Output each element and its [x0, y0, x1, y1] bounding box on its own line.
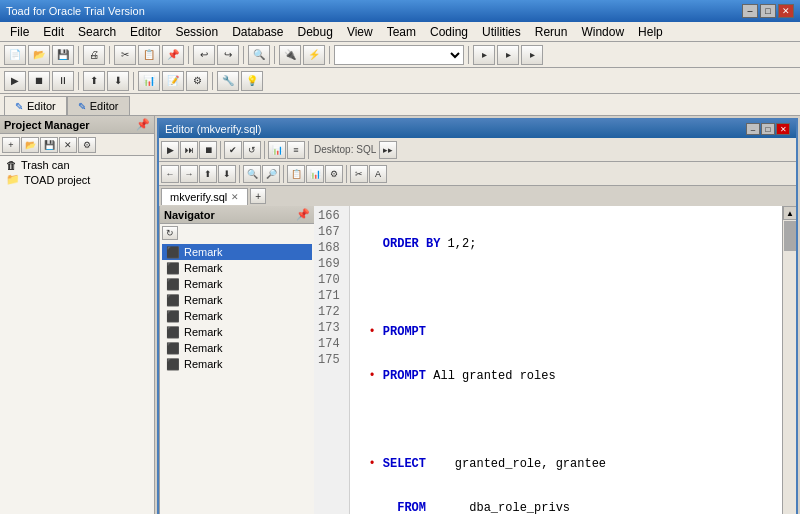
tb2-btn10[interactable]: 💡 — [241, 71, 263, 91]
scroll-thumb[interactable] — [784, 221, 796, 251]
menu-rerun[interactable]: Rerun — [529, 23, 574, 41]
cut-button[interactable]: ✂ — [114, 45, 136, 65]
editor-tab-2-label: Editor — [90, 100, 119, 112]
pm-open-button[interactable]: 📂 — [21, 137, 39, 153]
et-more-btn[interactable]: ▸▸ — [379, 141, 397, 159]
menu-utilities[interactable]: Utilities — [476, 23, 527, 41]
more3-button[interactable]: ▸ — [521, 45, 543, 65]
menu-team[interactable]: Team — [381, 23, 422, 41]
et2-btn11[interactable]: A — [369, 165, 387, 183]
workspace-select[interactable] — [334, 45, 464, 65]
et2-btn2[interactable]: → — [180, 165, 198, 183]
db-connect-button[interactable]: 🔌 — [279, 45, 301, 65]
copy-button[interactable]: 📋 — [138, 45, 160, 65]
et-format-btn[interactable]: ≡ — [287, 141, 305, 159]
menu-search[interactable]: Search — [72, 23, 122, 41]
tb2-btn9[interactable]: 🔧 — [217, 71, 239, 91]
file-tab-mkverify[interactable]: mkverify.sql ✕ — [161, 188, 248, 205]
maximize-button[interactable]: □ — [760, 4, 776, 18]
pm-save-button[interactable]: 💾 — [40, 137, 58, 153]
tb2-btn1[interactable]: ▶ — [4, 71, 26, 91]
et-run-step-btn[interactable]: ⏭ — [180, 141, 198, 159]
nav-item-0[interactable]: ⬛ Remark — [162, 244, 312, 260]
et2-btn1[interactable]: ← — [161, 165, 179, 183]
et2-btn10[interactable]: ✂ — [350, 165, 368, 183]
close-button[interactable]: ✕ — [778, 4, 794, 18]
tb2-btn3[interactable]: ⏸ — [52, 71, 74, 91]
pm-options-button[interactable]: ⚙ — [78, 137, 96, 153]
new-button[interactable]: 📄 — [4, 45, 26, 65]
nav-pin-icon[interactable]: 📌 — [296, 208, 310, 221]
redo-button[interactable]: ↪ — [217, 45, 239, 65]
tb2-btn6[interactable]: 📊 — [138, 71, 160, 91]
tb2-btn8[interactable]: ⚙ — [186, 71, 208, 91]
minimize-button[interactable]: – — [742, 4, 758, 18]
menu-view[interactable]: View — [341, 23, 379, 41]
nav-item-2[interactable]: ⬛ Remark — [162, 276, 312, 292]
editor-minimize-btn[interactable]: – — [746, 123, 760, 135]
et2-btn3[interactable]: ⬆ — [199, 165, 217, 183]
vertical-scrollbar[interactable]: ▲ ▼ — [782, 206, 796, 514]
scroll-track[interactable] — [783, 220, 796, 514]
undo-button[interactable]: ↩ — [193, 45, 215, 65]
tree-item-trash[interactable]: 🗑 Trash can — [2, 158, 152, 172]
open-button[interactable]: 📂 — [28, 45, 50, 65]
et2-btn6[interactable]: 🔎 — [262, 165, 280, 183]
et-rollback-btn[interactable]: ↺ — [243, 141, 261, 159]
menu-file[interactable]: File — [4, 23, 35, 41]
add-file-tab-button[interactable]: + — [250, 188, 266, 204]
menu-session[interactable]: Session — [169, 23, 224, 41]
nav-refresh-btn[interactable]: ↻ — [162, 226, 178, 240]
scroll-up-btn[interactable]: ▲ — [783, 206, 796, 220]
file-tab-close-icon[interactable]: ✕ — [231, 192, 239, 202]
editor-toolbar-1: ▶ ⏭ ⏹ ✔ ↺ 📊 ≡ Desktop: SQL ▸▸ — [159, 138, 796, 162]
editor-maximize-btn[interactable]: □ — [761, 123, 775, 135]
menu-debug[interactable]: Debug — [292, 23, 339, 41]
project-manager-title: Project Manager — [4, 119, 90, 131]
menu-database[interactable]: Database — [226, 23, 289, 41]
tb2-btn2[interactable]: ⏹ — [28, 71, 50, 91]
editor-close-btn[interactable]: ✕ — [776, 123, 790, 135]
tb2-btn7[interactable]: 📝 — [162, 71, 184, 91]
more-button[interactable]: ▸ — [473, 45, 495, 65]
et2-btn7[interactable]: 📋 — [287, 165, 305, 183]
desktop-label: Desktop: SQL — [312, 144, 378, 155]
tb2-btn5[interactable]: ⬇ — [107, 71, 129, 91]
paste-button[interactable]: 📌 — [162, 45, 184, 65]
et-explain-btn[interactable]: 📊 — [268, 141, 286, 159]
menu-edit[interactable]: Edit — [37, 23, 70, 41]
editor-tab-2[interactable]: ✎ Editor — [67, 96, 130, 115]
et2-btn9[interactable]: ⚙ — [325, 165, 343, 183]
menu-window[interactable]: Window — [575, 23, 630, 41]
nav-item-5[interactable]: ⬛ Remark — [162, 324, 312, 340]
menu-editor[interactable]: Editor — [124, 23, 167, 41]
tb2-btn4[interactable]: ⬆ — [83, 71, 105, 91]
panel-pin-icon[interactable]: 📌 — [136, 118, 150, 131]
et2-btn8[interactable]: 📊 — [306, 165, 324, 183]
editor-tab-1[interactable]: ✎ Editor — [4, 96, 67, 115]
et2-btn4[interactable]: ⬇ — [218, 165, 236, 183]
nav-item-3[interactable]: ⬛ Remark — [162, 292, 312, 308]
nav-label-5: Remark — [184, 326, 223, 338]
nav-refresh[interactable]: ↻ — [160, 224, 314, 242]
et2-btn5[interactable]: 🔍 — [243, 165, 261, 183]
nav-item-4[interactable]: ⬛ Remark — [162, 308, 312, 324]
code-content[interactable]: ORDER BY 1,2; • PROMPT • PROMPT All gran… — [350, 206, 782, 514]
nav-item-7[interactable]: ⬛ Remark — [162, 356, 312, 372]
et-stop-btn[interactable]: ⏹ — [199, 141, 217, 159]
et-run-btn[interactable]: ▶ — [161, 141, 179, 159]
pm-new-button[interactable]: + — [2, 137, 20, 153]
nav-item-6[interactable]: ⬛ Remark — [162, 340, 312, 356]
et-commit-btn[interactable]: ✔ — [224, 141, 242, 159]
db-disconnect-button[interactable]: ⚡ — [303, 45, 325, 65]
menu-coding[interactable]: Coding — [424, 23, 474, 41]
code-line-170 — [354, 412, 778, 428]
menu-help[interactable]: Help — [632, 23, 669, 41]
find-button[interactable]: 🔍 — [248, 45, 270, 65]
more2-button[interactable]: ▸ — [497, 45, 519, 65]
save-button[interactable]: 💾 — [52, 45, 74, 65]
pm-delete-button[interactable]: ✕ — [59, 137, 77, 153]
print-button[interactable]: 🖨 — [83, 45, 105, 65]
tree-item-project[interactable]: 📁 TOAD project — [2, 172, 152, 187]
nav-item-1[interactable]: ⬛ Remark — [162, 260, 312, 276]
